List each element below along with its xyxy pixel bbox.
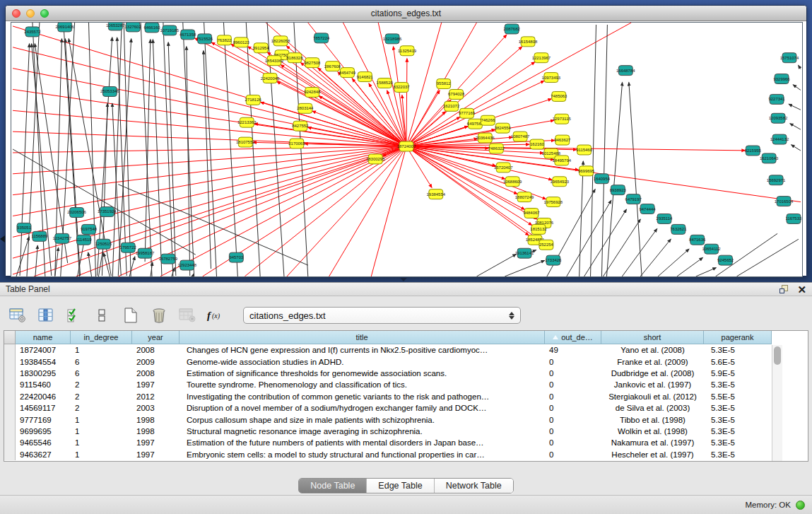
table-row[interactable]: 946362711997Embryonic stem cells: a mode… — [4, 449, 808, 460]
table-row[interactable]: 977716911998Corpus callosum shape and si… — [4, 414, 808, 425]
graph-node[interactable]: 3912954 — [253, 43, 270, 53]
graph-node[interactable]: 12093582 — [769, 113, 788, 123]
citation-edge-red[interactable] — [13, 146, 406, 258]
citation-edge-black[interactable] — [790, 124, 801, 130]
table-cell[interactable]: 2 — [71, 379, 132, 390]
citation-edge-black[interactable] — [789, 104, 801, 110]
graph-node[interactable]: 16648784 — [616, 66, 635, 76]
table-row[interactable]: 969969511998Structural magnetic resonanc… — [4, 426, 808, 437]
graph-node[interactable]: 1156889 — [32, 231, 48, 241]
table-cell[interactable]: 5.5E-5 — [704, 391, 772, 402]
graph-node[interactable]: 1114519 — [76, 235, 92, 245]
table-cell[interactable]: Jankovic et al. (1997) — [601, 379, 704, 390]
graph-node[interactable]: 252254 — [539, 240, 554, 250]
citation-edge-black[interactable] — [476, 255, 516, 276]
graph-node[interactable]: 1815132 — [530, 224, 547, 234]
table-cell[interactable]: 22420046 — [16, 391, 71, 402]
column-header-title[interactable]: title — [180, 331, 545, 344]
table-cell[interactable]: 6 — [71, 356, 132, 367]
table-row[interactable]: 2242004622012Investigating the contribut… — [4, 391, 808, 402]
citation-edge-red[interactable] — [406, 90, 440, 146]
citation-edge-black[interactable] — [35, 44, 67, 263]
table-cell[interactable]: 5.3E-5 — [704, 379, 772, 390]
table-cell[interactable]: de Silva et al. (2003) — [601, 402, 704, 414]
graph-node[interactable]: 1327602 — [125, 23, 142, 32]
citation-edge-black[interactable] — [35, 245, 37, 276]
graph-node[interactable]: 18543362 — [265, 56, 284, 66]
table-cell[interactable]: 19384554 — [16, 356, 71, 367]
table-row[interactable]: 911546021997Tourette syndrome. Phenomeno… — [4, 379, 808, 390]
tab-node-table[interactable]: Node Table — [299, 479, 367, 493]
table-cell[interactable]: 5.6E-5 — [704, 356, 772, 367]
citation-edge-red[interactable] — [329, 146, 406, 276]
table-cell[interactable]: Wolkin et al. (1998) — [601, 426, 704, 437]
table-cell[interactable]: 5.3E-5 — [704, 414, 772, 425]
table-cell[interactable]: 5.3E-5 — [704, 437, 772, 448]
graph-node[interactable]: 8938923 — [610, 185, 627, 195]
graph-node[interactable]: 2803144 — [297, 103, 314, 113]
table-cell[interactable]: 5.9E-5 — [704, 368, 772, 379]
table-row[interactable]: 1830029562008Estimation of significance … — [4, 368, 808, 379]
citation-edge-red[interactable] — [406, 146, 546, 199]
tab-network-table[interactable]: Network Table — [435, 479, 513, 493]
citation-edge-black[interactable] — [696, 268, 717, 276]
graph-node[interactable]: 10719185 — [160, 25, 180, 35]
graph-node[interactable]: 9699695 — [578, 166, 595, 176]
table-cell[interactable]: Stergiakouli et al. (2012) — [601, 391, 704, 402]
graph-node[interactable]: 9777169 — [459, 108, 476, 118]
table-cell[interactable]: 5.3E-5 — [704, 426, 772, 437]
graph-node[interactable]: 9827508 — [304, 58, 321, 68]
table-row[interactable]: 1456911722003Disruption of a novel membe… — [4, 402, 808, 414]
table-cell[interactable]: Investigating the contribution of common… — [180, 391, 545, 402]
graph-node[interactable]: 9197548 — [81, 224, 98, 234]
table-cell[interactable]: Estimation of the future numbers of pati… — [180, 437, 545, 448]
table-row[interactable]: 1872400712008Changes of HCN gene express… — [4, 344, 808, 356]
graph-node[interactable]: 955812 — [437, 79, 452, 89]
table-cell[interactable]: 0 — [545, 379, 601, 390]
graph-node[interactable]: 6794028 — [448, 89, 465, 99]
graph-node[interactable]: 15751074 — [780, 53, 799, 63]
table-cell[interactable]: 0 — [545, 437, 601, 448]
column-header-in-degree[interactable]: in_degree — [71, 331, 132, 344]
table-cell[interactable]: 1 — [71, 344, 132, 356]
citation-edge-black[interactable] — [658, 249, 689, 276]
table-cell[interactable]: 5.3E-5 — [704, 402, 772, 414]
graph-node[interactable]: 9329966 — [773, 74, 790, 84]
table-cell[interactable]: 1997 — [132, 449, 180, 460]
column-header-pagerank[interactable]: pagerank — [704, 331, 772, 344]
tab-edge-table[interactable]: Edge Table — [367, 479, 434, 493]
graph-node[interactable]: 13218986 — [383, 34, 402, 44]
graph-node[interactable]: 1250515 — [95, 239, 112, 249]
table-cell[interactable]: Yano et al. (2008) — [601, 344, 704, 356]
graph-node[interactable]: 12342757 — [52, 233, 71, 243]
close-panel-icon[interactable]: ✕ — [797, 285, 806, 294]
graph-node[interactable]: 1733426 — [545, 255, 562, 265]
table-cell[interactable]: 9465546 — [16, 437, 71, 448]
graph-node[interactable]: 19958187 — [136, 248, 155, 258]
graph-node[interactable]: 18807249 — [515, 192, 534, 202]
graph-node[interactable]: 12923448 — [177, 260, 196, 270]
table-cell[interactable]: 49 — [545, 344, 601, 356]
graph-node[interactable]: 9474444 — [640, 204, 657, 214]
citation-edge-red[interactable] — [406, 59, 407, 146]
graph-node[interactable]: 945703 — [229, 252, 244, 262]
table-cell[interactable]: 18300295 — [16, 368, 71, 379]
graph-node[interactable]: 11325419 — [398, 46, 417, 56]
graph-node[interactable]: 17351924 — [98, 207, 117, 217]
graph-node[interactable]: 10688609 — [503, 177, 522, 187]
graph-node[interactable]: 10654112 — [702, 244, 722, 254]
table-cell[interactable]: 14569117 — [16, 402, 71, 414]
citation-edge-black[interactable] — [567, 200, 611, 276]
table-cell[interactable]: 2003 — [132, 402, 180, 414]
table-cell[interactable]: Franke et al. (2009) — [601, 356, 704, 367]
table-cell[interactable]: Disruption of a novel member of a sodium… — [180, 402, 545, 414]
graph-node[interactable]: 12213967 — [532, 53, 551, 63]
graph-node[interactable]: 25053346 — [100, 86, 119, 96]
graph-node[interactable]: 18495794 — [553, 156, 572, 165]
citation-edge-red[interactable] — [160, 146, 406, 276]
table-cell[interactable]: 9115460 — [16, 379, 71, 390]
citation-edge-black[interactable] — [799, 65, 801, 69]
scrollbar-thumb[interactable] — [774, 346, 781, 365]
table-cell[interactable]: Genome-wide association studies in ADHD. — [180, 356, 545, 367]
table-cell[interactable]: 0 — [545, 391, 601, 402]
